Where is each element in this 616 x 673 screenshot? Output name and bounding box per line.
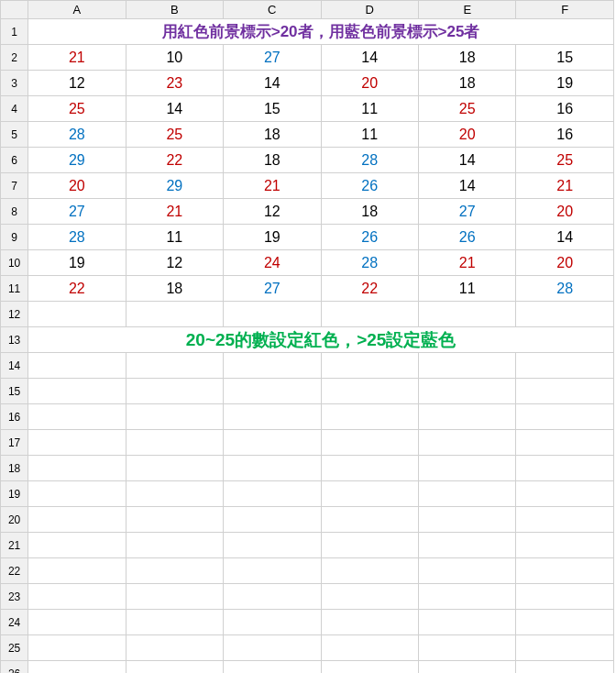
empty-cell[interactable]	[321, 661, 418, 674]
empty-cell[interactable]	[516, 558, 614, 584]
row-header[interactable]: 25	[1, 635, 28, 661]
empty-cell[interactable]	[419, 558, 516, 584]
empty-cell[interactable]	[126, 558, 223, 584]
data-cell[interactable]: 19	[224, 225, 321, 250]
empty-cell[interactable]	[28, 430, 126, 456]
data-cell[interactable]: 27	[419, 199, 516, 225]
data-cell[interactable]: 25	[28, 96, 126, 122]
row-header[interactable]: 8	[1, 199, 28, 225]
data-cell[interactable]: 18	[224, 148, 321, 173]
data-cell[interactable]: 26	[321, 173, 418, 199]
empty-cell[interactable]	[28, 507, 126, 533]
empty-cell[interactable]	[28, 302, 126, 327]
data-cell[interactable]: 19	[516, 71, 614, 96]
empty-cell[interactable]	[28, 379, 126, 404]
empty-cell[interactable]	[516, 302, 614, 327]
data-cell[interactable]: 26	[419, 225, 516, 250]
empty-cell[interactable]	[224, 507, 321, 533]
data-cell[interactable]: 20	[516, 199, 614, 225]
summary-cell[interactable]: 20~25的數設定紅色，>25設定藍色	[28, 327, 614, 353]
empty-cell[interactable]	[126, 430, 223, 456]
empty-cell[interactable]	[516, 404, 614, 430]
empty-cell[interactable]	[224, 481, 321, 507]
empty-cell[interactable]	[321, 404, 418, 430]
row-header[interactable]: 23	[1, 584, 28, 610]
data-cell[interactable]: 20	[419, 122, 516, 148]
empty-cell[interactable]	[126, 507, 223, 533]
empty-cell[interactable]	[321, 379, 418, 404]
empty-cell[interactable]	[224, 533, 321, 558]
data-cell[interactable]: 16	[516, 96, 614, 122]
empty-cell[interactable]	[321, 430, 418, 456]
row-header[interactable]: 17	[1, 430, 28, 456]
empty-cell[interactable]	[224, 404, 321, 430]
data-cell[interactable]: 14	[224, 71, 321, 96]
col-header[interactable]: C	[224, 1, 321, 19]
empty-cell[interactable]	[28, 610, 126, 635]
empty-cell[interactable]	[224, 558, 321, 584]
empty-cell[interactable]	[126, 456, 223, 481]
row-header[interactable]: 11	[1, 276, 28, 302]
data-cell[interactable]: 19	[28, 250, 126, 276]
title-cell[interactable]: 用紅色前景標示>20者，用藍色前景標示>25者	[28, 19, 614, 45]
empty-cell[interactable]	[126, 481, 223, 507]
empty-cell[interactable]	[419, 507, 516, 533]
corner-cell[interactable]	[1, 1, 28, 19]
data-cell[interactable]: 25	[126, 122, 223, 148]
data-cell[interactable]: 18	[419, 45, 516, 71]
empty-cell[interactable]	[516, 430, 614, 456]
empty-cell[interactable]	[321, 481, 418, 507]
empty-cell[interactable]	[224, 430, 321, 456]
spreadsheet-grid[interactable]: A B C D E F 1用紅色前景標示>20者，用藍色前景標示>25者2211…	[0, 0, 614, 673]
row-header[interactable]: 15	[1, 379, 28, 404]
empty-cell[interactable]	[321, 302, 418, 327]
empty-cell[interactable]	[28, 584, 126, 610]
empty-cell[interactable]	[28, 481, 126, 507]
data-cell[interactable]: 21	[28, 45, 126, 71]
data-cell[interactable]: 16	[516, 122, 614, 148]
data-cell[interactable]: 14	[516, 225, 614, 250]
row-header[interactable]: 26	[1, 661, 28, 674]
col-header[interactable]: F	[516, 1, 614, 19]
row-header[interactable]: 21	[1, 533, 28, 558]
data-cell[interactable]: 29	[126, 173, 223, 199]
data-cell[interactable]: 18	[321, 199, 418, 225]
empty-cell[interactable]	[516, 456, 614, 481]
data-cell[interactable]: 28	[28, 122, 126, 148]
data-cell[interactable]: 11	[419, 276, 516, 302]
data-cell[interactable]: 12	[224, 199, 321, 225]
data-cell[interactable]: 11	[126, 225, 223, 250]
empty-cell[interactable]	[321, 353, 418, 379]
data-cell[interactable]: 14	[321, 45, 418, 71]
empty-cell[interactable]	[126, 404, 223, 430]
data-cell[interactable]: 21	[224, 173, 321, 199]
row-header[interactable]: 16	[1, 404, 28, 430]
data-cell[interactable]: 20	[516, 250, 614, 276]
row-header[interactable]: 18	[1, 456, 28, 481]
row-header[interactable]: 6	[1, 148, 28, 173]
data-cell[interactable]: 21	[126, 199, 223, 225]
empty-cell[interactable]	[126, 635, 223, 661]
data-cell[interactable]: 21	[419, 250, 516, 276]
empty-cell[interactable]	[419, 481, 516, 507]
empty-cell[interactable]	[321, 584, 418, 610]
empty-cell[interactable]	[321, 456, 418, 481]
empty-cell[interactable]	[28, 635, 126, 661]
data-cell[interactable]: 27	[224, 276, 321, 302]
empty-cell[interactable]	[28, 404, 126, 430]
row-header[interactable]: 3	[1, 71, 28, 96]
empty-cell[interactable]	[224, 584, 321, 610]
empty-cell[interactable]	[28, 558, 126, 584]
empty-cell[interactable]	[516, 635, 614, 661]
empty-cell[interactable]	[419, 610, 516, 635]
empty-cell[interactable]	[224, 635, 321, 661]
col-header[interactable]: E	[419, 1, 516, 19]
data-cell[interactable]: 26	[321, 225, 418, 250]
data-cell[interactable]: 20	[321, 71, 418, 96]
empty-cell[interactable]	[419, 302, 516, 327]
data-cell[interactable]: 12	[28, 71, 126, 96]
empty-cell[interactable]	[419, 661, 516, 674]
data-cell[interactable]: 18	[224, 122, 321, 148]
empty-cell[interactable]	[516, 507, 614, 533]
data-cell[interactable]: 22	[321, 276, 418, 302]
